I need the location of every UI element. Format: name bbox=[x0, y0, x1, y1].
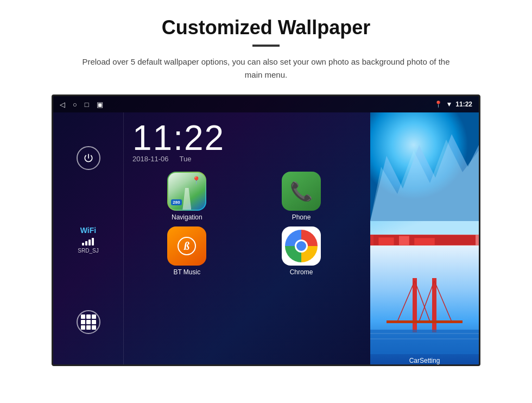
title-divider bbox=[252, 45, 280, 47]
navigation-icon: 280 📍 bbox=[167, 172, 206, 211]
status-bar-nav: ◁ ○ □ ▣ bbox=[60, 100, 103, 109]
clock-time: 11:22 bbox=[132, 118, 225, 158]
svg-rect-25 bbox=[413, 278, 417, 332]
photo-top bbox=[370, 112, 479, 235]
svg-text:ß: ß bbox=[183, 240, 189, 252]
clock-day: Tue bbox=[180, 155, 192, 163]
svg-rect-22 bbox=[399, 236, 409, 245]
home-nav-icon[interactable]: ○ bbox=[73, 100, 77, 109]
recent-nav-icon[interactable]: □ bbox=[85, 100, 89, 109]
photo-ice-overlay bbox=[370, 112, 479, 235]
back-nav-icon[interactable]: ◁ bbox=[60, 100, 65, 109]
chrome-design-icon bbox=[285, 230, 318, 262]
svg-rect-21 bbox=[378, 237, 394, 245]
wifi-info: WiFi SRD_SJ bbox=[78, 226, 98, 254]
svg-rect-26 bbox=[432, 278, 436, 332]
svg-rect-23 bbox=[414, 238, 435, 245]
android-screen-wrapper: ◁ ○ □ ▣ 📍 ▼ 11:22 bbox=[52, 95, 480, 366]
app-item-phone[interactable]: 📞 Phone bbox=[247, 172, 356, 221]
main-content: WiFi SRD_SJ bbox=[53, 112, 479, 366]
status-bar-right: 📍 ▼ 11:22 bbox=[434, 100, 472, 108]
status-time: 11:22 bbox=[455, 100, 472, 108]
photo-bottom bbox=[370, 245, 479, 366]
nav-map-inner: 280 📍 bbox=[168, 173, 205, 210]
carsetting-text: CarSetting bbox=[370, 357, 479, 364]
bt-music-label: BT Music bbox=[173, 268, 200, 276]
wifi-bars bbox=[78, 237, 98, 245]
page-title: Customized Wallpaper bbox=[22, 16, 510, 39]
phone-handset-icon: 📞 bbox=[290, 180, 313, 202]
clock-date-value: 2018-11-06 bbox=[132, 155, 169, 163]
photo-middle-strip bbox=[370, 235, 479, 245]
apps-grid-icon bbox=[81, 314, 96, 330]
phone-label: Phone bbox=[292, 213, 311, 221]
wifi-ssid: SRD_SJ bbox=[78, 248, 98, 254]
svg-rect-31 bbox=[387, 320, 463, 323]
right-photos-panel: CarSetting bbox=[370, 112, 479, 366]
apps-grid-button[interactable] bbox=[77, 310, 100, 334]
wifi-label: WiFi bbox=[78, 226, 98, 235]
wifi-icon: ▼ bbox=[446, 100, 452, 108]
app-item-navigation[interactable]: 280 📍 Navigation bbox=[132, 172, 242, 221]
android-screen: ◁ ○ □ ▣ 📍 ▼ 11:22 bbox=[52, 95, 480, 366]
chrome-app-icon bbox=[282, 226, 321, 266]
location-icon: 📍 bbox=[434, 100, 442, 108]
camera-nav-icon[interactable]: ▣ bbox=[97, 100, 103, 109]
navigation-label: Navigation bbox=[172, 213, 202, 221]
bt-music-icon: ß bbox=[167, 226, 206, 266]
power-button[interactable] bbox=[77, 146, 100, 170]
app-item-bt-music[interactable]: ß BT Music bbox=[132, 226, 242, 276]
status-bar: ◁ ○ □ ▣ 📍 ▼ 11:22 bbox=[53, 96, 479, 112]
chrome-label: Chrome bbox=[290, 268, 313, 276]
phone-icon: 📞 bbox=[282, 172, 321, 211]
left-sidebar: WiFi SRD_SJ bbox=[53, 112, 124, 366]
page-subtitle: Preload over 5 default wallpaper options… bbox=[76, 55, 456, 81]
chrome-center-icon bbox=[295, 240, 308, 253]
app-item-chrome[interactable]: Chrome bbox=[247, 226, 356, 276]
